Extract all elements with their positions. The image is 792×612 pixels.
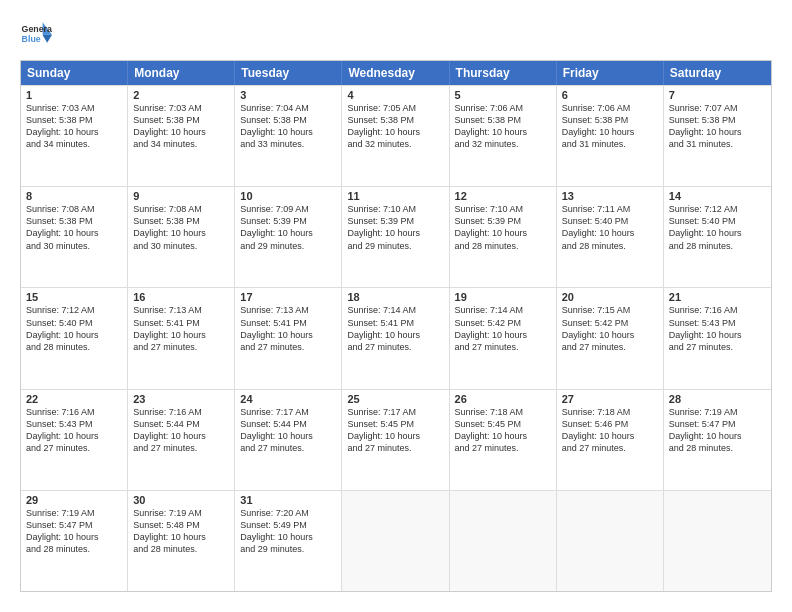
table-row: 10Sunrise: 7:09 AM Sunset: 5:39 PM Dayli… xyxy=(235,187,342,287)
day-info: Sunrise: 7:14 AM Sunset: 5:42 PM Dayligh… xyxy=(455,304,551,353)
day-info: Sunrise: 7:14 AM Sunset: 5:41 PM Dayligh… xyxy=(347,304,443,353)
table-row: 6Sunrise: 7:06 AM Sunset: 5:38 PM Daylig… xyxy=(557,86,664,186)
table-row: 25Sunrise: 7:17 AM Sunset: 5:45 PM Dayli… xyxy=(342,390,449,490)
svg-marker-1 xyxy=(42,35,52,43)
calendar-row-1: 1Sunrise: 7:03 AM Sunset: 5:38 PM Daylig… xyxy=(21,85,771,186)
header: General Blue xyxy=(20,20,772,48)
day-info: Sunrise: 7:10 AM Sunset: 5:39 PM Dayligh… xyxy=(455,203,551,252)
day-number: 31 xyxy=(240,494,336,506)
day-info: Sunrise: 7:16 AM Sunset: 5:44 PM Dayligh… xyxy=(133,406,229,455)
day-number: 8 xyxy=(26,190,122,202)
day-info: Sunrise: 7:16 AM Sunset: 5:43 PM Dayligh… xyxy=(669,304,766,353)
table-row: 14Sunrise: 7:12 AM Sunset: 5:40 PM Dayli… xyxy=(664,187,771,287)
table-row: 1Sunrise: 7:03 AM Sunset: 5:38 PM Daylig… xyxy=(21,86,128,186)
day-info: Sunrise: 7:08 AM Sunset: 5:38 PM Dayligh… xyxy=(133,203,229,252)
day-info: Sunrise: 7:20 AM Sunset: 5:49 PM Dayligh… xyxy=(240,507,336,556)
table-row: 8Sunrise: 7:08 AM Sunset: 5:38 PM Daylig… xyxy=(21,187,128,287)
day-number: 30 xyxy=(133,494,229,506)
day-number: 14 xyxy=(669,190,766,202)
logo-icon: General Blue xyxy=(20,20,52,48)
day-info: Sunrise: 7:03 AM Sunset: 5:38 PM Dayligh… xyxy=(133,102,229,151)
table-row: 26Sunrise: 7:18 AM Sunset: 5:45 PM Dayli… xyxy=(450,390,557,490)
day-number: 2 xyxy=(133,89,229,101)
table-row: 28Sunrise: 7:19 AM Sunset: 5:47 PM Dayli… xyxy=(664,390,771,490)
header-thursday: Thursday xyxy=(450,61,557,85)
svg-text:General: General xyxy=(22,24,52,34)
day-info: Sunrise: 7:06 AM Sunset: 5:38 PM Dayligh… xyxy=(562,102,658,151)
table-row: 20Sunrise: 7:15 AM Sunset: 5:42 PM Dayli… xyxy=(557,288,664,388)
calendar-row-3: 15Sunrise: 7:12 AM Sunset: 5:40 PM Dayli… xyxy=(21,287,771,388)
day-number: 10 xyxy=(240,190,336,202)
table-row: 9Sunrise: 7:08 AM Sunset: 5:38 PM Daylig… xyxy=(128,187,235,287)
header-sunday: Sunday xyxy=(21,61,128,85)
day-number: 27 xyxy=(562,393,658,405)
day-info: Sunrise: 7:15 AM Sunset: 5:42 PM Dayligh… xyxy=(562,304,658,353)
day-number: 7 xyxy=(669,89,766,101)
day-info: Sunrise: 7:19 AM Sunset: 5:48 PM Dayligh… xyxy=(133,507,229,556)
day-info: Sunrise: 7:10 AM Sunset: 5:39 PM Dayligh… xyxy=(347,203,443,252)
table-row: 22Sunrise: 7:16 AM Sunset: 5:43 PM Dayli… xyxy=(21,390,128,490)
day-number: 12 xyxy=(455,190,551,202)
day-number: 16 xyxy=(133,291,229,303)
day-info: Sunrise: 7:12 AM Sunset: 5:40 PM Dayligh… xyxy=(669,203,766,252)
page: General Blue Sunday Monday Tuesday Wedne… xyxy=(0,0,792,612)
day-number: 20 xyxy=(562,291,658,303)
table-row xyxy=(450,491,557,591)
day-info: Sunrise: 7:09 AM Sunset: 5:39 PM Dayligh… xyxy=(240,203,336,252)
table-row: 13Sunrise: 7:11 AM Sunset: 5:40 PM Dayli… xyxy=(557,187,664,287)
table-row: 21Sunrise: 7:16 AM Sunset: 5:43 PM Dayli… xyxy=(664,288,771,388)
header-wednesday: Wednesday xyxy=(342,61,449,85)
calendar-row-2: 8Sunrise: 7:08 AM Sunset: 5:38 PM Daylig… xyxy=(21,186,771,287)
table-row: 3Sunrise: 7:04 AM Sunset: 5:38 PM Daylig… xyxy=(235,86,342,186)
day-info: Sunrise: 7:16 AM Sunset: 5:43 PM Dayligh… xyxy=(26,406,122,455)
table-row: 5Sunrise: 7:06 AM Sunset: 5:38 PM Daylig… xyxy=(450,86,557,186)
header-saturday: Saturday xyxy=(664,61,771,85)
header-friday: Friday xyxy=(557,61,664,85)
calendar-body: 1Sunrise: 7:03 AM Sunset: 5:38 PM Daylig… xyxy=(21,85,771,591)
svg-text:Blue: Blue xyxy=(22,34,41,44)
table-row: 23Sunrise: 7:16 AM Sunset: 5:44 PM Dayli… xyxy=(128,390,235,490)
table-row: 17Sunrise: 7:13 AM Sunset: 5:41 PM Dayli… xyxy=(235,288,342,388)
day-info: Sunrise: 7:12 AM Sunset: 5:40 PM Dayligh… xyxy=(26,304,122,353)
calendar-row-4: 22Sunrise: 7:16 AM Sunset: 5:43 PM Dayli… xyxy=(21,389,771,490)
table-row: 18Sunrise: 7:14 AM Sunset: 5:41 PM Dayli… xyxy=(342,288,449,388)
day-number: 13 xyxy=(562,190,658,202)
day-number: 17 xyxy=(240,291,336,303)
day-info: Sunrise: 7:17 AM Sunset: 5:44 PM Dayligh… xyxy=(240,406,336,455)
day-info: Sunrise: 7:19 AM Sunset: 5:47 PM Dayligh… xyxy=(26,507,122,556)
day-number: 29 xyxy=(26,494,122,506)
table-row: 15Sunrise: 7:12 AM Sunset: 5:40 PM Dayli… xyxy=(21,288,128,388)
table-row: 29Sunrise: 7:19 AM Sunset: 5:47 PM Dayli… xyxy=(21,491,128,591)
day-info: Sunrise: 7:18 AM Sunset: 5:45 PM Dayligh… xyxy=(455,406,551,455)
table-row xyxy=(557,491,664,591)
table-row: 2Sunrise: 7:03 AM Sunset: 5:38 PM Daylig… xyxy=(128,86,235,186)
day-number: 25 xyxy=(347,393,443,405)
day-info: Sunrise: 7:06 AM Sunset: 5:38 PM Dayligh… xyxy=(455,102,551,151)
day-info: Sunrise: 7:08 AM Sunset: 5:38 PM Dayligh… xyxy=(26,203,122,252)
logo: General Blue xyxy=(20,20,52,48)
table-row: 4Sunrise: 7:05 AM Sunset: 5:38 PM Daylig… xyxy=(342,86,449,186)
day-info: Sunrise: 7:11 AM Sunset: 5:40 PM Dayligh… xyxy=(562,203,658,252)
table-row: 30Sunrise: 7:19 AM Sunset: 5:48 PM Dayli… xyxy=(128,491,235,591)
table-row: 12Sunrise: 7:10 AM Sunset: 5:39 PM Dayli… xyxy=(450,187,557,287)
day-info: Sunrise: 7:05 AM Sunset: 5:38 PM Dayligh… xyxy=(347,102,443,151)
day-info: Sunrise: 7:03 AM Sunset: 5:38 PM Dayligh… xyxy=(26,102,122,151)
table-row: 24Sunrise: 7:17 AM Sunset: 5:44 PM Dayli… xyxy=(235,390,342,490)
day-number: 24 xyxy=(240,393,336,405)
day-info: Sunrise: 7:19 AM Sunset: 5:47 PM Dayligh… xyxy=(669,406,766,455)
table-row xyxy=(664,491,771,591)
calendar: Sunday Monday Tuesday Wednesday Thursday… xyxy=(20,60,772,592)
day-number: 4 xyxy=(347,89,443,101)
table-row: 19Sunrise: 7:14 AM Sunset: 5:42 PM Dayli… xyxy=(450,288,557,388)
day-info: Sunrise: 7:07 AM Sunset: 5:38 PM Dayligh… xyxy=(669,102,766,151)
day-number: 22 xyxy=(26,393,122,405)
calendar-row-5: 29Sunrise: 7:19 AM Sunset: 5:47 PM Dayli… xyxy=(21,490,771,591)
day-number: 6 xyxy=(562,89,658,101)
header-monday: Monday xyxy=(128,61,235,85)
table-row: 11Sunrise: 7:10 AM Sunset: 5:39 PM Dayli… xyxy=(342,187,449,287)
calendar-header: Sunday Monday Tuesday Wednesday Thursday… xyxy=(21,61,771,85)
day-info: Sunrise: 7:13 AM Sunset: 5:41 PM Dayligh… xyxy=(133,304,229,353)
table-row xyxy=(342,491,449,591)
day-number: 5 xyxy=(455,89,551,101)
table-row: 7Sunrise: 7:07 AM Sunset: 5:38 PM Daylig… xyxy=(664,86,771,186)
